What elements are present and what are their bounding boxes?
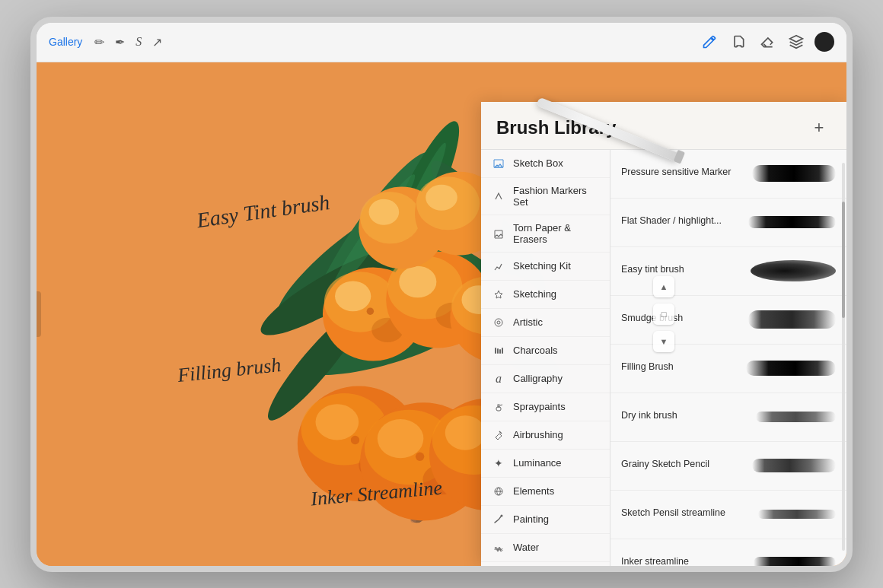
category-item-torn-paper[interactable]: Torn Paper & Erasers	[481, 215, 610, 253]
category-item-artistic[interactable]: Artistic	[481, 309, 610, 337]
category-item-touchups[interactable]: Touchups	[481, 562, 610, 566]
add-brush-button[interactable]: +	[807, 116, 831, 140]
calligraphy-icon: a	[492, 372, 505, 386]
svg-point-19	[351, 435, 359, 443]
category-item-fashion-markers[interactable]: Fashion Markers Set	[481, 178, 610, 215]
modify-tool-button[interactable]	[699, 31, 720, 52]
brush-preview-dry-ink	[744, 403, 836, 431]
svg-line-57	[499, 431, 502, 434]
brush-item-grainy-sketch[interactable]: Grainy Sketch Pencil	[610, 442, 846, 491]
panel-scrollbar-thumb	[842, 202, 845, 318]
arrow-tool-icon[interactable]: ↗	[152, 35, 162, 49]
brush-preview-smudge	[744, 306, 836, 333]
scroll-up-button[interactable]: ▲	[653, 276, 674, 297]
elements-icon	[492, 485, 505, 498]
svg-point-48	[495, 319, 502, 326]
brush-item-sketch-pensil[interactable]: Sketch Pensil streamline	[610, 491, 846, 539]
luminance-icon: ✦	[492, 456, 505, 470]
brush-tool-icon[interactable]: ✒	[115, 35, 125, 49]
painting-icon	[492, 513, 505, 526]
svg-point-24	[416, 452, 424, 460]
spraypaints-label: Spraypaints	[513, 401, 566, 412]
category-item-sketching-kit[interactable]: Sketching Kit	[481, 253, 610, 281]
category-item-luminance[interactable]: ✦ Luminance	[481, 450, 610, 478]
brush-item-dry-ink[interactable]: Dry ink brush	[610, 393, 846, 442]
category-item-elements[interactable]: Elements	[481, 478, 610, 506]
sketching-label: Sketching	[513, 288, 556, 300]
svg-rect-50	[495, 348, 496, 354]
brush-item-filling[interactable]: Filling Brush	[610, 345, 846, 393]
category-item-painting[interactable]: Painting	[481, 506, 610, 534]
svg-point-46	[426, 184, 457, 210]
category-item-charcoals[interactable]: Charcoals	[481, 337, 610, 365]
svg-point-27	[445, 415, 486, 450]
right-scrollbar-controls: ▲ □ ▼	[656, 62, 671, 566]
category-list: Sketch Box Fashion Markers Set	[481, 150, 610, 566]
brush-name-dry-ink: Dry ink brush	[621, 410, 744, 424]
category-item-sketch-box[interactable]: Sketch Box	[481, 150, 610, 178]
svg-line-56	[500, 405, 502, 405]
category-item-spraypaints[interactable]: Spraypaints	[481, 393, 610, 421]
brush-preview-inker-streamline	[744, 549, 836, 566]
top-bar-right	[699, 31, 834, 52]
brush-item-easy-tint[interactable]: Easy tint brush	[610, 247, 846, 296]
brush-item-smudge[interactable]: Smudge brush	[610, 296, 846, 345]
top-bar: Gallery ✏ ✒ S ↗	[37, 23, 846, 62]
brush-item-flat-shader[interactable]: Flat Shader / highlight...	[610, 199, 846, 247]
brush-name-inker-streamline: Inker streamline	[621, 556, 744, 566]
s-tool-icon[interactable]: S	[135, 35, 142, 49]
svg-rect-54	[496, 407, 501, 411]
artistic-icon	[492, 316, 505, 329]
category-item-calligraphy[interactable]: a Calligraphy	[481, 365, 610, 393]
brush-name-flat-shader: Flat Shader / highlight...	[621, 215, 744, 229]
brush-item-pressure-marker[interactable]: Pressure sensitive Marker	[610, 150, 846, 199]
brush-name-grainy-sketch: Grainy Sketch Pencil	[621, 459, 744, 472]
brush-name-filling: Filling Brush	[621, 361, 744, 375]
svg-point-43	[368, 199, 399, 224]
svg-point-17	[316, 404, 359, 440]
fashion-markers-icon	[492, 189, 505, 203]
calligraphy-label: Calligraphy	[513, 373, 563, 384]
airbrushing-icon	[492, 428, 505, 442]
svg-rect-51	[497, 348, 499, 354]
svg-marker-47	[495, 291, 502, 298]
scroll-mid-button[interactable]: □	[653, 304, 674, 325]
airbrushing-label: Airbrushing	[513, 429, 563, 440]
brush-name-smudge: Smudge brush	[621, 313, 744, 326]
color-dot[interactable]	[814, 32, 834, 52]
category-item-airbrushing[interactable]: Airbrushing	[481, 421, 610, 450]
panel-scrollbar[interactable]	[842, 163, 845, 551]
torn-paper-icon	[492, 227, 505, 240]
brush-name-easy-tint: Easy tint brush	[621, 264, 744, 278]
brush-preview-easy-tint	[744, 257, 836, 284]
brush-name-sketch-pensil: Sketch Pensil streamline	[621, 507, 744, 521]
layers-button[interactable]	[786, 31, 807, 52]
top-bar-left: Gallery ✏ ✒ S ↗	[49, 35, 162, 49]
sketch-box-label: Sketch Box	[513, 157, 563, 169]
svg-rect-55	[498, 405, 499, 407]
sketch-box-icon	[492, 157, 505, 170]
tool-icons: ✏ ✒ S ↗	[94, 35, 162, 49]
sketching-kit-icon	[492, 259, 505, 273]
svg-point-22	[378, 419, 424, 458]
charcoals-icon	[492, 344, 505, 358]
brush-select-button[interactable]	[728, 31, 749, 52]
brush-preview-grainy-sketch	[744, 452, 836, 479]
svg-rect-52	[499, 349, 501, 354]
eraser-button[interactable]	[757, 31, 778, 52]
svg-point-33	[367, 307, 374, 314]
luminance-label: Luminance	[513, 457, 562, 469]
pen-tool-icon[interactable]: ✏	[94, 35, 104, 49]
canvas-area[interactable]: Easy Tint brush Filling brush Inker Stre…	[37, 62, 846, 566]
svg-point-49	[497, 321, 500, 324]
gallery-button[interactable]: Gallery	[49, 36, 82, 48]
brush-preview-sketch-pensil	[744, 501, 836, 528]
brush-name-pressure-marker: Pressure sensitive Marker	[621, 167, 744, 180]
category-item-water[interactable]: Water	[481, 534, 610, 562]
category-item-sketching[interactable]: Sketching	[481, 281, 610, 309]
left-handle[interactable]	[37, 291, 41, 337]
water-icon	[492, 541, 505, 555]
spraypaints-icon	[492, 400, 505, 414]
scroll-down-button[interactable]: ▼	[653, 331, 674, 352]
brush-item-inker-streamline[interactable]: Inker streamline	[610, 539, 846, 566]
